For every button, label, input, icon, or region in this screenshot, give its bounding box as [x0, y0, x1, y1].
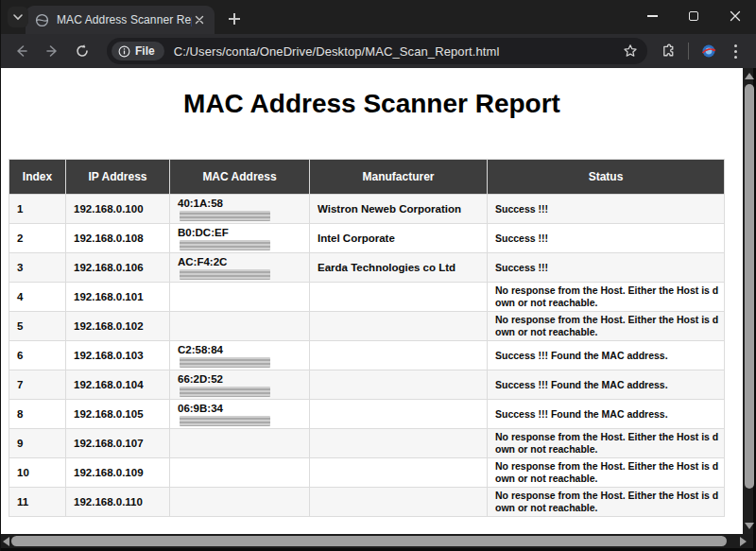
cell-mac-address: 06:9B:34 [170, 400, 310, 429]
report-table-body: 1 192.168.0.100 40:1A:58 Wistron Neweb C… [9, 195, 725, 517]
reload-icon [75, 43, 90, 59]
cell-manufacturer: Intel Corporate [310, 224, 488, 253]
mac-prefix: 66:2D:52 [178, 373, 223, 385]
cell-index: 1 [9, 195, 66, 224]
scroll-left-arrow-icon[interactable] [3, 537, 9, 546]
maximize-icon [689, 11, 698, 21]
extension-avatar-button[interactable] [696, 38, 722, 64]
kebab-menu-icon [734, 44, 737, 59]
mac-redaction-bar [180, 211, 270, 221]
maximize-button[interactable] [673, 0, 714, 32]
mac-prefix: 40:1A:58 [178, 198, 223, 209]
mac-redaction-bar [180, 416, 270, 426]
vertical-scrollbar-thumb[interactable] [745, 84, 754, 489]
cell-mac-address [170, 488, 310, 517]
url-text[interactable]: C:/Users/conta/OneDrive/Desktop/MAC_Scan… [174, 44, 619, 59]
column-header: IP Address [66, 160, 170, 195]
cell-manufacturer [310, 488, 488, 517]
cell-ip-address: 192.168.0.106 [66, 253, 170, 283]
table-row: 11 192.168.0.110 No response from the Ho… [9, 488, 725, 517]
file-scheme-label: File [135, 44, 155, 58]
mac-redaction-bar [180, 240, 270, 250]
cell-ip-address: 192.168.0.108 [66, 224, 170, 253]
cell-mac-address: 66:2D:52 [170, 370, 310, 400]
horizontal-scrollbar-thumb[interactable] [11, 536, 727, 546]
table-row: 9 192.168.0.107 No response from the Hos… [9, 429, 725, 458]
mac-prefix: 06:9B:34 [178, 403, 223, 414]
page-title: MAC Address Scanner Report [1, 89, 743, 119]
cell-manufacturer [310, 458, 488, 488]
cell-status: Success !!! [488, 224, 725, 253]
table-row: 10 192.168.0.109 No response from the Ho… [9, 458, 725, 488]
tab-search-button[interactable] [8, 7, 28, 27]
scroll-down-arrow-icon[interactable] [745, 523, 754, 529]
cell-index: 6 [9, 341, 66, 370]
mac-prefix: B0:DC:EF [178, 227, 229, 238]
column-header: Status [488, 160, 725, 195]
cell-manufacturer: Wistron Neweb Corporation [310, 195, 488, 224]
cell-mac-address: 40:1A:58 [170, 195, 310, 224]
cell-manufacturer [310, 429, 488, 458]
tab-strip: MAC Address Scanner Report [1, 0, 756, 34]
cell-status: No response from the Host. Either the Ho… [488, 488, 725, 517]
chevron-down-icon [12, 11, 24, 23]
cell-index: 10 [9, 458, 66, 488]
cell-status: Success !!! [488, 253, 725, 283]
table-row: 2 192.168.0.108 B0:DC:EF Intel Corporate… [9, 224, 725, 253]
table-row: 8 192.168.0.105 06:9B:34 Success !!! Fou… [9, 400, 725, 429]
table-row: 7 192.168.0.104 66:2D:52 Success !!! Fou… [9, 370, 725, 400]
site-info-chip[interactable]: File [112, 42, 164, 60]
browser-menu-button[interactable] [722, 38, 748, 64]
cell-manufacturer: Earda Technologies co Ltd [310, 253, 488, 283]
cell-status: No response from the Host. Either the Ho… [488, 458, 725, 488]
extensions-button[interactable] [655, 38, 681, 64]
cell-status: Success !!! Found the MAC address. [488, 370, 725, 400]
cell-status: Success !!! Found the MAC address. [488, 341, 725, 370]
cell-index: 2 [9, 224, 66, 253]
horizontal-scrollbar[interactable] [1, 534, 756, 548]
cell-manufacturer [310, 400, 488, 429]
address-bar[interactable]: File C:/Users/conta/OneDrive/Desktop/MAC… [107, 38, 647, 64]
cell-status: Success !!! [488, 195, 725, 224]
tab-close-icon[interactable] [192, 12, 207, 27]
cell-ip-address: 192.168.0.101 [66, 283, 170, 312]
back-arrow-icon [14, 43, 29, 59]
minimize-icon [647, 15, 658, 17]
browser-toolbar: File C:/Users/conta/OneDrive/Desktop/MAC… [1, 34, 756, 68]
mac-prefix: C2:58:84 [178, 344, 223, 355]
cell-mac-address [170, 458, 310, 488]
cell-mac-address [170, 283, 310, 312]
puzzle-icon [661, 43, 677, 60]
table-row: 6 192.168.0.103 C2:58:84 Success !!! Fou… [9, 341, 725, 370]
mac-prefix: AC:F4:2C [178, 256, 227, 267]
cell-ip-address: 192.168.0.104 [66, 370, 170, 400]
cell-index: 4 [9, 283, 66, 312]
close-icon [730, 10, 741, 22]
table-row: 3 192.168.0.106 AC:F4:2C Earda Technolog… [9, 253, 725, 283]
cell-ip-address: 192.168.0.109 [66, 458, 170, 488]
scroll-right-arrow-icon[interactable] [740, 537, 747, 546]
cell-index: 11 [9, 488, 66, 517]
toolbar-right-cluster [655, 38, 748, 64]
forward-button[interactable] [39, 38, 65, 64]
cell-mac-address [170, 429, 310, 458]
cell-index: 3 [9, 253, 66, 283]
cell-status: Success !!! Found the MAC address. [488, 400, 725, 429]
plus-icon [229, 13, 240, 25]
reload-button[interactable] [69, 38, 95, 64]
cell-manufacturer [310, 312, 488, 341]
info-icon [118, 45, 130, 58]
tab-title: MAC Address Scanner Report [57, 13, 192, 26]
cell-index: 9 [9, 429, 66, 458]
vertical-scrollbar[interactable] [743, 68, 756, 534]
minimize-button[interactable] [631, 0, 673, 32]
close-button[interactable] [714, 0, 756, 32]
cell-ip-address: 192.168.0.107 [66, 429, 170, 458]
bookmark-button[interactable] [619, 40, 642, 62]
new-tab-button[interactable] [222, 7, 247, 31]
cell-mac-address [170, 312, 310, 341]
cell-manufacturer [310, 341, 488, 370]
back-button[interactable] [9, 38, 35, 64]
browser-tab[interactable]: MAC Address Scanner Report [26, 6, 215, 34]
scroll-up-arrow-icon[interactable] [745, 73, 754, 79]
